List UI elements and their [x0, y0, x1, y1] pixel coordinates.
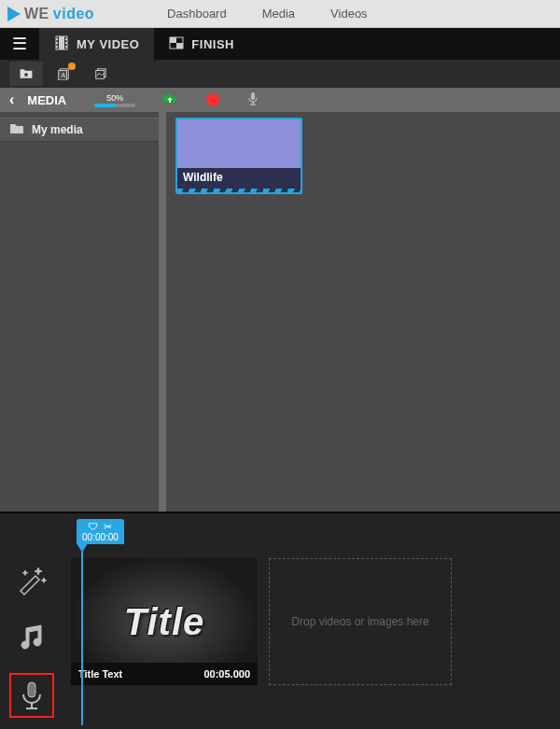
svg-rect-4	[56, 46, 58, 48]
film-icon	[54, 35, 69, 53]
upload-progress: 50%	[94, 93, 135, 107]
playhead[interactable]	[77, 543, 88, 554]
nav-dashboard[interactable]: Dashboard	[167, 7, 227, 21]
timeline-tools	[0, 513, 63, 729]
logo[interactable]: WeVIDEO	[7, 6, 94, 22]
clip-thumbnail	[177, 119, 301, 168]
svg-rect-7	[65, 46, 67, 48]
clip-progress-stripe	[177, 189, 301, 192]
media-browser: My media Wildlife	[0, 112, 560, 512]
drop-zone-label: Drop videos or images here	[291, 615, 428, 628]
nav-media[interactable]: Media	[262, 7, 295, 21]
upload-button[interactable]	[160, 92, 180, 107]
tab-my-video[interactable]: MY VIDEO	[39, 28, 154, 60]
svg-rect-2	[56, 38, 58, 40]
title-meta: Title Text 00:05.000	[71, 663, 258, 685]
voiceover-tool[interactable]	[9, 673, 54, 718]
clip-grid: Wildlife	[166, 112, 560, 512]
top-bar: WeVIDEO Dashboard Media Videos	[0, 0, 560, 28]
folder-icon	[9, 122, 24, 137]
folder-my-media[interactable]: My media	[0, 118, 166, 142]
tab-finish-label: FINISH	[191, 37, 234, 51]
logo-text-2: VIDEO	[53, 6, 94, 22]
svg-rect-17	[251, 92, 255, 100]
title-clip[interactable]: Title Title Text 00:05.000	[71, 558, 258, 685]
nav-videos[interactable]: Videos	[330, 7, 368, 21]
logo-play-icon	[7, 7, 21, 21]
logo-text-1: We	[24, 6, 49, 22]
handle-time: 00:00:00	[82, 532, 119, 542]
shield-icon: 🛡	[88, 522, 98, 532]
svg-rect-1	[59, 36, 64, 49]
microphone-button[interactable]	[247, 91, 259, 109]
scissors-icon[interactable]: ✂	[104, 522, 112, 532]
text-library-button[interactable]: A	[47, 62, 80, 86]
clip-wildlife[interactable]: Wildlife	[175, 118, 302, 194]
music-tool[interactable]	[9, 615, 54, 660]
track-area[interactable]: 🛡 ✂ 00:00:00 Title Title Text 00:05.000 …	[63, 513, 560, 729]
progress-label: 50%	[106, 93, 123, 103]
handle-icons: 🛡 ✂	[88, 522, 112, 532]
tab-finish[interactable]: FINISH	[154, 28, 249, 60]
svg-rect-6	[65, 42, 67, 44]
effects-tool[interactable]	[9, 557, 54, 602]
favorites-folder-button[interactable]	[9, 62, 43, 86]
progress-bar	[94, 104, 135, 107]
svg-rect-9	[170, 37, 176, 43]
title-name: Title Text	[78, 668, 122, 680]
back-button[interactable]: ‹	[9, 91, 14, 108]
tab-my-video-label: MY VIDEO	[77, 37, 139, 51]
title-preview-text: Title	[124, 601, 205, 643]
media-header: ‹ MEDIA 50%	[0, 88, 560, 112]
timeline-area: 🛡 ✂ 00:00:00 Title Title Text 00:05.000 …	[0, 512, 560, 729]
drop-zone[interactable]: Drop videos or images here	[269, 558, 452, 685]
top-nav: Dashboard Media Videos	[167, 7, 368, 21]
svg-rect-20	[28, 682, 35, 697]
record-button[interactable]	[206, 93, 219, 106]
svg-rect-3	[56, 42, 58, 44]
folder-tree: My media	[0, 112, 166, 512]
svg-text:A: A	[61, 72, 65, 78]
folder-label: My media	[32, 123, 83, 136]
svg-rect-5	[65, 38, 67, 40]
title-duration: 00:05.000	[203, 668, 250, 680]
menu-button[interactable]: ☰	[0, 28, 39, 60]
finish-icon	[169, 35, 184, 53]
video-track: Title Title Text 00:05.000 Drop videos o…	[71, 558, 551, 685]
clip-handle[interactable]: 🛡 ✂ 00:00:00	[77, 519, 124, 544]
icon-row: A	[0, 60, 560, 88]
tab-strip: ☰ MY VIDEO FINISH	[0, 28, 560, 60]
svg-rect-10	[176, 43, 183, 49]
clip-label: Wildlife	[177, 168, 301, 189]
media-title: MEDIA	[27, 93, 66, 107]
graphics-library-button[interactable]	[84, 62, 118, 86]
